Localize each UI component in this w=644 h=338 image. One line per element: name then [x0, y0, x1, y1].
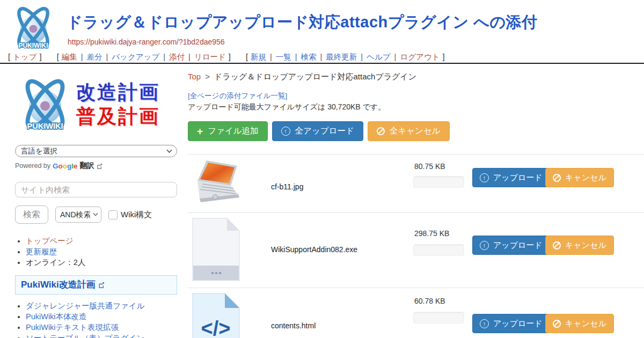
upload-icon: ↑: [480, 319, 489, 328]
nav-link-attach[interactable]: 添付: [169, 53, 185, 61]
site-search-input[interactable]: [15, 182, 177, 197]
pipe: |: [163, 53, 165, 61]
nav-link-search[interactable]: 検索: [301, 53, 317, 61]
list-item: PukiWiki本体改造: [26, 312, 177, 322]
sidebar-plugin-links: ダジャレンジャー版共通ファイル PukiWiki本体改造 PukiWikiテキス…: [15, 301, 177, 338]
page-url[interactable]: https://pukiwiki.dajya-ranger.com/?1bd2d…: [68, 38, 225, 46]
search-button[interactable]: 検索: [15, 205, 48, 224]
file-row: cf-b11.jpg 80.75 KB ↑ アップロード キャンセル: [188, 155, 644, 212]
wiki-syntax-label: Wiki構文: [121, 210, 152, 220]
sidebar-link-sort-table[interactable]: ソートテーブル（表）プラグイン: [26, 334, 144, 338]
upload-progress-bar: [413, 244, 464, 256]
upload-icon: ↑: [281, 127, 290, 136]
nav-link-diff[interactable]: 差分: [86, 53, 102, 61]
sidebar-quick-links: トップページ 更新履歴 オンライン：2人: [15, 236, 177, 268]
external-link-icon: [97, 163, 103, 169]
cancel-label: キャンセル: [565, 240, 606, 251]
upload-all-button[interactable]: ↑ 全アップロード: [272, 121, 363, 141]
nav-link-list[interactable]: 一覧: [276, 53, 291, 61]
top-navigation: [トップ] [編集|差分|バックアップ|添付|リロード] [新規|一覧|検索|最…: [5, 52, 455, 62]
file-name: contents.html: [271, 321, 316, 330]
cancel-all-label: 全キャンセル: [390, 126, 441, 137]
google-letter: G: [53, 162, 58, 170]
upload-progress-bar: [413, 176, 464, 188]
pipe: |: [106, 53, 108, 61]
upload-file-button[interactable]: ↑ アップロード: [472, 314, 550, 333]
breadcrumb-home-link[interactable]: Top: [188, 72, 201, 81]
sidebar-link-core-mod[interactable]: PukiWiki本体改造: [26, 312, 87, 321]
pipe: |: [361, 53, 363, 61]
sidebar-link-history[interactable]: 更新履歴: [26, 247, 57, 256]
bracket: [: [8, 53, 10, 61]
upload-file-button[interactable]: ↑ アップロード: [472, 168, 550, 187]
section-title-label: PukiWiki改造計画: [21, 278, 96, 291]
all-attachments-link[interactable]: [全ページの添付ファイル一覧]: [188, 91, 287, 101]
pipe: |: [81, 53, 83, 61]
page-title: ドラッグ＆ドロップアップロード対応attachプラグイン への添付: [67, 12, 538, 33]
nav-link-backup[interactable]: バックアップ: [112, 53, 159, 61]
pipe: |: [270, 53, 272, 61]
list-item: トップページ: [26, 236, 177, 246]
file-size: 298.75 KB: [414, 229, 449, 238]
nav-link-help[interactable]: ヘルプ: [367, 53, 391, 61]
translate-link[interactable]: 翻訳: [80, 161, 94, 171]
ban-icon: [553, 241, 561, 249]
file-size: 60.78 KB: [414, 297, 445, 305]
nav-link-top[interactable]: トップ: [13, 53, 37, 61]
banner-brand-text: PUKIWIKI: [27, 122, 63, 130]
google-letter: e: [74, 162, 78, 170]
nav-group-site: [新規|一覧|検索|最終更新|ヘルプ|ログアウト]: [243, 53, 448, 61]
ban-icon: [553, 320, 561, 328]
sidebar: PUKIWIKI 改造計画 普及計画 言語を選択 Powered by Goog…: [15, 70, 177, 338]
file-row: WikiSupportAddin082.exe 298.75 KB ↑ アップロ…: [188, 213, 644, 288]
bracket: ]: [443, 53, 445, 61]
bracket: [: [246, 53, 248, 61]
svg-text:</>: </>: [201, 317, 231, 338]
sidebar-link-toppage[interactable]: トップページ: [26, 237, 74, 245]
bracket: ]: [40, 53, 42, 61]
list-item: 更新履歴: [26, 247, 177, 257]
sidebar-link-text-ext[interactable]: PukiWikiテキスト表現拡張: [26, 323, 119, 332]
upload-icon: ↑: [480, 173, 489, 182]
list-item: PukiWikiテキスト表現拡張: [26, 322, 177, 333]
pipe: |: [394, 53, 397, 61]
ban-icon: [553, 174, 561, 182]
sidebar-section-title[interactable]: PukiWiki改造計画: [15, 275, 177, 295]
cancel-all-button[interactable]: 全キャンセル: [368, 121, 450, 141]
cancel-file-button[interactable]: キャンセル: [545, 314, 614, 333]
bracket: [: [57, 53, 59, 61]
laptop-photo-thumbnail: [191, 159, 241, 204]
ban-icon: [377, 127, 385, 135]
upload-file-button[interactable]: ↑ アップロード: [472, 236, 550, 255]
cancel-file-button[interactable]: キャンセル: [545, 236, 614, 255]
file-size: 80.75 KB: [414, 162, 445, 171]
sidebar-banner-image[interactable]: PUKIWIKI 改造計画 普及計画: [15, 70, 177, 138]
upload-icon: ↑: [480, 241, 489, 250]
and-search-select[interactable]: AND検索: [55, 207, 101, 223]
and-search-select-wrap: AND検索: [55, 207, 101, 223]
nav-link-logout[interactable]: ログアウト: [400, 53, 440, 61]
upload-progress-bar: [413, 312, 464, 324]
list-item: ソートテーブル（表）プラグイン: [26, 333, 177, 338]
max-filesize-note: アップロード可能最大ファイルサイズは 30,720KB です。: [188, 102, 385, 112]
banner-atom-logo: PUKIWIKI: [15, 72, 75, 136]
file-name: WikiSupportAddin082.exe: [271, 245, 357, 254]
nav-link-edit[interactable]: 編集: [62, 53, 77, 61]
cancel-label: キャンセル: [565, 319, 606, 329]
cancel-file-button[interactable]: キャンセル: [545, 168, 614, 187]
language-select[interactable]: 言語を選択: [15, 145, 177, 157]
add-files-button[interactable]: + ファイル追加: [188, 121, 268, 141]
upload-label: アップロード: [493, 240, 543, 251]
pukiwiki-atom-logo[interactable]: PUKIWIKI: [8, 3, 59, 52]
nav-link-new[interactable]: 新規: [251, 53, 266, 61]
nav-link-reload[interactable]: リロード: [194, 53, 226, 61]
bracket: ]: [229, 53, 231, 61]
pipe: |: [188, 53, 191, 61]
wiki-syntax-checkbox[interactable]: [108, 210, 118, 219]
sidebar-link-common-files[interactable]: ダジャレンジャー版共通ファイル: [26, 302, 144, 310]
file-name: cf-b11.jpg: [271, 182, 303, 191]
add-files-label: ファイル追加: [208, 126, 258, 137]
nav-link-recent[interactable]: 最終更新: [326, 53, 357, 61]
nav-group-top: [トップ]: [5, 53, 45, 61]
banner-line-kaizou: 改造計画: [76, 80, 160, 104]
